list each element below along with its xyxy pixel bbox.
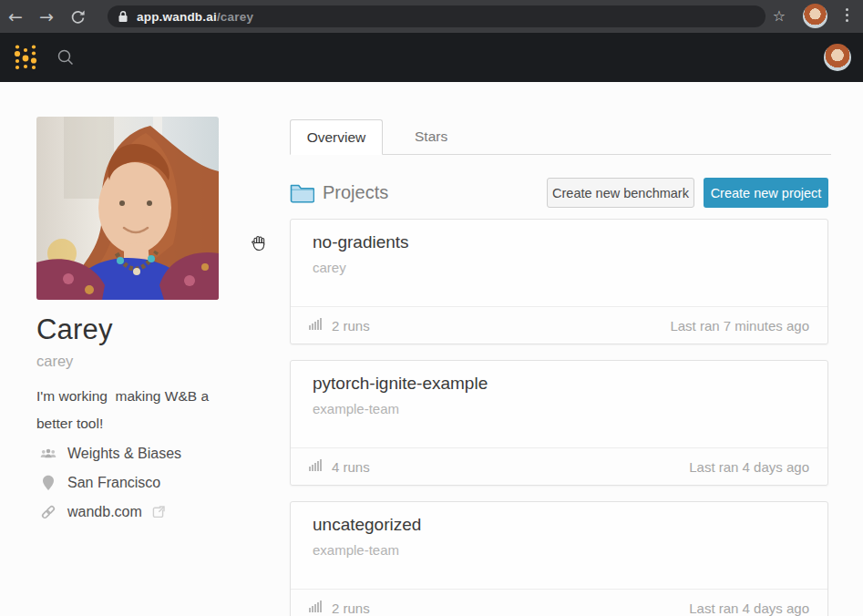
- profile-details: Weights & Biases San Francisco wandb.com: [40, 445, 181, 532]
- link-icon: [40, 504, 57, 520]
- hand-cursor-icon: [250, 233, 269, 256]
- project-card[interactable]: uncategorized example-team 2 runs Last r…: [290, 501, 828, 616]
- project-card-footer: 2 runs Last ran 4 days ago: [291, 589, 827, 616]
- wandb-navbar: [0, 33, 863, 82]
- last-ran-label: Last ran 4 days ago: [689, 459, 809, 475]
- runs-bars-icon: [309, 458, 324, 475]
- url-path: /carey: [217, 10, 253, 24]
- runs-count: 2 runs: [332, 318, 370, 334]
- project-title[interactable]: uncategorized: [313, 515, 421, 535]
- last-ran-label: Last ran 4 days ago: [689, 601, 809, 616]
- last-ran-label: Last ran 7 minutes ago: [670, 318, 809, 334]
- create-project-button[interactable]: Create new project: [704, 178, 828, 208]
- project-owner: example-team: [313, 401, 399, 416]
- bookmark-star-icon[interactable]: ☆: [773, 7, 786, 26]
- profile-bio: I'm working making W&B a better tool!: [36, 383, 209, 437]
- project-card[interactable]: no-gradients carey 2 runs Last ran 7 min…: [290, 219, 828, 344]
- browser-reload-icon[interactable]: [62, 9, 93, 25]
- create-benchmark-button[interactable]: Create new benchmark: [547, 178, 694, 208]
- url-text: app.wandb.ai/carey: [137, 10, 253, 24]
- detail-location: San Francisco: [40, 474, 181, 492]
- detail-website: wandb.com: [40, 503, 181, 521]
- address-bar[interactable]: app.wandb.ai/carey: [108, 5, 765, 27]
- browser-menu-icon[interactable]: [846, 8, 848, 22]
- profile-photo: [36, 117, 219, 300]
- location-label: San Francisco: [67, 475, 160, 491]
- browser-toolbar: ← → app.wandb.ai/carey ☆: [0, 0, 863, 33]
- https-lock-icon[interactable]: [118, 10, 128, 23]
- browser-profile-avatar[interactable]: [803, 4, 827, 28]
- project-title[interactable]: no-gradients: [313, 232, 409, 252]
- project-card-footer: 4 runs Last ran 4 days ago: [291, 447, 827, 485]
- browser-back-icon[interactable]: ←: [0, 6, 31, 26]
- wandb-logo-icon[interactable]: [12, 41, 39, 77]
- runs-count: 2 runs: [332, 601, 370, 616]
- location-pin-icon: [40, 475, 57, 491]
- main-column: Overview Stars Projects Create new bench…: [290, 82, 831, 616]
- project-title[interactable]: pytorch-ignite-example: [313, 374, 488, 394]
- projects-header: Projects Create new benchmark Create new…: [290, 178, 831, 209]
- folder-icon: [290, 182, 314, 207]
- projects-section-title: Projects: [323, 182, 388, 203]
- browser-forward-icon[interactable]: →: [31, 6, 62, 26]
- page-content: Carey carey I'm working making W&B a bet…: [0, 82, 863, 616]
- project-owner: carey: [313, 260, 346, 275]
- external-link-icon[interactable]: [151, 505, 166, 519]
- tab-overview[interactable]: Overview: [290, 119, 383, 155]
- project-card-footer: 2 runs Last ran 7 minutes ago: [291, 306, 827, 344]
- website-link[interactable]: wandb.com: [67, 504, 142, 520]
- project-owner: example-team: [313, 542, 399, 558]
- url-host: app.wandb.ai: [137, 10, 217, 24]
- runs-count: 4 runs: [332, 459, 370, 475]
- tab-stars[interactable]: Stars: [406, 119, 457, 155]
- runs-bars-icon: [309, 600, 324, 616]
- user-avatar[interactable]: [824, 44, 851, 71]
- search-icon[interactable]: [57, 49, 74, 69]
- detail-company: Weights & Biases: [40, 445, 181, 463]
- company-label: Weights & Biases: [67, 446, 181, 462]
- people-icon: [40, 447, 57, 460]
- project-card[interactable]: pytorch-ignite-example example-team 4 ru…: [290, 360, 828, 486]
- profile-name: Carey: [36, 313, 113, 346]
- runs-bars-icon: [309, 317, 324, 334]
- profile-username: carey: [36, 353, 73, 370]
